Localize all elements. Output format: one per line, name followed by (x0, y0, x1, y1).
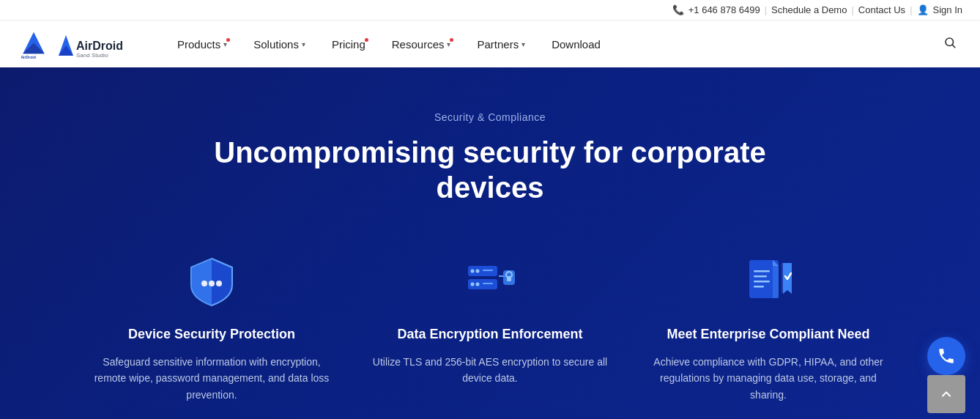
logo[interactable]: AirDroid Sand Studio AirDroid Sand Studi… (18, 28, 144, 60)
card-enterprise-compliance-title: Meet Enterprise Compliant Need (667, 327, 869, 342)
navbar: AirDroid Sand Studio AirDroid Sand Studi… (0, 21, 980, 67)
top-bar: +1 646 878 6499 | Schedule a Demo | Cont… (0, 0, 980, 21)
svg-rect-25 (749, 260, 773, 298)
contact-us-link[interactable]: Contact Us (858, 4, 905, 15)
hero-subtitle: Security & Compliance (434, 111, 546, 123)
sign-in-link[interactable]: Sign In (933, 4, 962, 15)
svg-text:AirDroid: AirDroid (76, 40, 123, 52)
scroll-to-top-button[interactable] (927, 375, 965, 413)
card-device-security: Device Security Protection Safeguard sen… (87, 249, 336, 403)
card-device-security-title: Device Security Protection (128, 327, 295, 342)
svg-point-15 (471, 270, 475, 273)
card-device-security-desc: Safeguard sensitive information with enc… (87, 354, 336, 403)
hero-title: Uncompromising security for corporate de… (175, 135, 805, 205)
logo-icon: AirDroid Sand Studio (18, 28, 50, 60)
svg-point-18 (476, 283, 480, 286)
user-icon (917, 4, 929, 15)
svg-point-16 (476, 270, 480, 273)
svg-rect-19 (483, 270, 493, 271)
chevron-down-icon: ▾ (302, 40, 305, 48)
svg-rect-26 (773, 266, 779, 298)
svg-rect-23 (507, 276, 511, 281)
nav-resources[interactable]: Resources ▾ (382, 32, 461, 56)
card-data-encryption-desc: Utilize TLS and 256-bit AES encryption t… (365, 354, 615, 387)
card-enterprise-compliance: Meet Enterprise Compliant Need Achieve c… (644, 249, 893, 403)
svg-point-11 (209, 281, 215, 286)
svg-text:AirDroid: AirDroid (21, 55, 36, 59)
card-data-encryption: Data Encryption Enforcement Utilize TLS … (365, 249, 615, 403)
phone-icon (672, 4, 684, 15)
logo-text: AirDroid Sand Studio (56, 28, 144, 60)
card-enterprise-compliance-desc: Achieve compliance with GDPR, HIPAA, and… (644, 354, 893, 403)
svg-rect-28 (754, 275, 767, 278)
svg-point-12 (216, 281, 222, 286)
nav-download[interactable]: Download (541, 32, 611, 56)
svg-point-17 (471, 283, 475, 286)
svg-line-9 (952, 45, 954, 47)
enterprise-compliance-icon (735, 249, 801, 315)
search-icon[interactable] (938, 30, 962, 59)
nav-partners[interactable]: Partners ▾ (467, 32, 535, 56)
nav-products-dot (226, 38, 230, 42)
hero-section: Security & Compliance Uncompromising sec… (0, 67, 980, 419)
feature-cards: Device Security Protection Safeguard sen… (87, 249, 893, 403)
phone-link[interactable]: +1 646 878 6499 (688, 4, 760, 15)
data-encryption-icon (457, 249, 523, 315)
nav-links: Products ▾ Solutions ▾ Pricing Resources… (167, 32, 938, 56)
svg-rect-29 (754, 281, 770, 283)
schedule-demo-link[interactable]: Schedule a Demo (771, 4, 847, 15)
call-fab-button[interactable] (927, 337, 965, 375)
svg-rect-27 (754, 270, 770, 272)
nav-products[interactable]: Products ▾ (167, 32, 237, 56)
device-security-icon (179, 249, 245, 315)
svg-rect-30 (754, 286, 764, 288)
nav-pricing-dot (365, 38, 368, 42)
nav-solutions[interactable]: Solutions ▾ (243, 32, 316, 56)
card-data-encryption-title: Data Encryption Enforcement (397, 327, 582, 342)
svg-point-10 (201, 281, 207, 286)
svg-rect-20 (483, 283, 493, 284)
nav-pricing[interactable]: Pricing (322, 32, 376, 56)
chevron-down-icon: ▾ (521, 40, 525, 48)
nav-resources-dot (450, 38, 453, 42)
svg-text:Sand Studio: Sand Studio (76, 52, 108, 59)
